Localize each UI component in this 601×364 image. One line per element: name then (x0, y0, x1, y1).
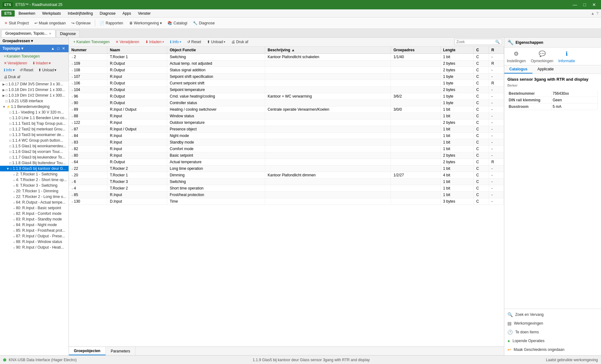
table-row[interactable]: ⬦85 R.Input Frost/heat protection 1 bit … (69, 192, 504, 198)
menu-ets[interactable]: ETS (1, 10, 15, 17)
col-naam[interactable]: Naam (107, 47, 167, 54)
rapporten-button[interactable]: 📄 Rapporten (97, 20, 126, 26)
unload-button[interactable]: ⬆ Unload ▾ (36, 67, 58, 73)
inladen-button[interactable]: ⬇ Inladen ▾ (30, 60, 53, 66)
te-doen-item[interactable]: 🕐 Te doen Items (504, 328, 601, 336)
tree-item-t21[interactable]: ▶ ⬦ 22: T.Rocker 2 - Long time o... (0, 194, 69, 200)
table-row[interactable]: ⬦108 R.Output Status signal addition 2 b… (69, 67, 504, 73)
tab-groepadressen-close[interactable]: ✕ (49, 32, 51, 35)
table-row[interactable]: ⬦64 R.Output Actual temperature 2 bytes … (69, 159, 504, 165)
table-row[interactable]: ⬦107 R.Input Setpoint shift specificatio… (69, 73, 504, 80)
tool-opmerkingen[interactable]: 💬 Opmerkingen (531, 49, 553, 63)
col-beschrijving[interactable]: Beschrijving ▲ (265, 47, 391, 54)
tab-groepobjecten[interactable]: Groepobjecten (69, 347, 106, 355)
minimize-button[interactable]: — (570, 2, 580, 8)
add-channels-button[interactable]: + Kanalen Toevoegen (2, 53, 42, 59)
center-print-button[interactable]: 🖨 Druk af (229, 39, 251, 45)
menu-bewerken[interactable]: Bewerken (15, 10, 38, 17)
table-row[interactable]: ⬦90 R.Output Controller status 1 byte C … (69, 100, 504, 106)
lopende-operaties-item[interactable]: ● Lopende Operaties (504, 336, 601, 345)
remove-button[interactable]: ✕ Verwijderen (2, 60, 29, 66)
table-row[interactable]: ⬦87 R.Input / Output Presence object 1 b… (69, 126, 504, 133)
tree-item-t25[interactable]: ▶ ⬦ 83: R.Input - Standby mode (0, 216, 69, 222)
table-row[interactable]: ⬦83 R.Input Standby mode 1 bit C - (69, 139, 504, 146)
center-unload-button[interactable]: ⬆ Unload ▾ (204, 39, 228, 45)
sluit-project-button[interactable]: ✕ Sluit Project (2, 20, 31, 26)
tab-groepadressen[interactable]: Groepadressen, Topolo... ✕ (1, 30, 55, 37)
tool-informatie[interactable]: ℹ Informatie (558, 49, 575, 63)
info-button[interactable]: ℹ Info ▾ (2, 67, 17, 73)
geschiedenis-item[interactable]: ↩ Maak Geschiedenis ongedaan (504, 345, 601, 354)
werkomgevingen-item[interactable]: ▤ Werkomgevingen (504, 319, 601, 328)
tree-item-t27[interactable]: ▶ ⬦ 85: R.Input - Frost/heat prot... (0, 228, 69, 233)
col-c[interactable]: C (474, 47, 489, 54)
table-row[interactable]: ⬦130 D.Input Time 3 bytes C - (69, 198, 504, 205)
tree-item-t19[interactable]: ▶ ⬦ 6: T.Rocker 3 - Switching (0, 183, 69, 188)
right-tab-catalogus[interactable]: Catalogus (504, 65, 532, 73)
tree-item-t15[interactable]: ▶ □ 1.1.8 Glas4 Bij buitendeur Tou... (0, 160, 69, 166)
table-row[interactable]: ⬦89 R.Input / Output Heating / cooling s… (69, 106, 504, 113)
tree-item-t4[interactable]: ▶ □ 1.0.21 USB interface (0, 98, 69, 104)
col-functie[interactable]: Object Functie (167, 47, 265, 54)
catalogi-button[interactable]: 📚 Catalogi (165, 20, 190, 26)
topology-collapse-btn[interactable]: ▲ (50, 46, 56, 51)
col-groepadres[interactable]: Groepadres (391, 47, 440, 54)
tree-item-t7[interactable]: ▶ □ 1.1.0 Line 1.1 Beneden Line co... (0, 115, 69, 121)
tree-item-t16[interactable]: ▼ □ 1.1.9 Glas5 bij kantoor deur G... (0, 166, 69, 171)
tool-instellingen[interactable]: ⚙ Instellingen (507, 49, 526, 63)
tree-item-t26[interactable]: ▶ ⬦ 84: R.Input - Night mode (0, 222, 69, 228)
table-row[interactable]: ⬦2 T.Rocker 1 Switching Kantoor Plafondl… (69, 54, 504, 60)
table-row[interactable]: ⬦96 R.Output Cmd. value heating/cooling … (69, 93, 504, 100)
center-inladen-button[interactable]: ⬇ Inladen ▾ (143, 39, 167, 45)
col-nummer[interactable]: Nummer (69, 47, 107, 54)
help-icon[interactable]: ? (596, 11, 600, 16)
table-row[interactable]: ⬦22 T.Rocker 2 Long time operation 1 bit… (69, 165, 504, 172)
tree-item-t13[interactable]: ▶ □ 1.1.6 Glas2 bij voorram Touc... (0, 149, 69, 154)
table-row[interactable]: ⬦80 R.Input Basic setpoint 2 bytes C - (69, 152, 504, 159)
tree-item-t22[interactable]: ▶ ⬦ 64: R.Output - Actual tempe... (0, 200, 69, 205)
center-search-box[interactable]: 🔍 (454, 39, 502, 45)
col-lengte[interactable]: Lengte (440, 47, 474, 54)
table-row[interactable]: ⬦88 R.Input Window status 1 bit C - (69, 113, 504, 119)
diagnose-toolbar-button[interactable]: 🔧 Diagnose (190, 20, 217, 26)
tree-item-t1[interactable]: ▶ □ 1.0.17 DIM 3V5 Dimmer 3 x 30... (0, 81, 69, 87)
menu-venster[interactable]: Venster (135, 10, 154, 17)
menu-inbedrijfstelling[interactable]: Inbedrijfstelling (65, 10, 96, 17)
tree-item-t14[interactable]: ▶ □ 1.1.7 Glas3 bij keukendeur To... (0, 154, 69, 160)
tree-item-t10[interactable]: ▶ □ 1.1.3 Tast3 bij woonkamer de... (0, 132, 69, 138)
topology-close-btn[interactable]: ✕ (61, 46, 66, 51)
tab-parameters[interactable]: Parameters (106, 347, 136, 355)
menu-werkplaats[interactable]: Werkplaats (39, 10, 64, 17)
menu-apps[interactable]: Apps (119, 10, 134, 17)
tree-item-t11[interactable]: ▶ □ 1.1.4 WC Group push button... (0, 138, 69, 143)
table-row[interactable]: ⬦4 T.Rocker 2 Short time operation 1 bit… (69, 185, 504, 192)
center-info-button[interactable]: ℹ Info ▾ (167, 39, 184, 45)
close-window-button[interactable]: ✕ (590, 2, 598, 8)
table-row[interactable]: ⬦82 R.Input Comfort mode 1 bit C - (69, 146, 504, 152)
table-row[interactable]: ⬦104 R.Output Setpoint temperature 2 byt… (69, 87, 504, 93)
tree-item-t30[interactable]: ▶ ⬦ 90: R.Input / Output - Heati... (0, 245, 69, 250)
menu-diagnose[interactable]: Diagnose (97, 10, 119, 17)
tree-item-t6[interactable]: ▶ □ 1.1.- Voeding 1 x 30 V 320 m... (0, 109, 69, 115)
maximize-button[interactable]: □ (581, 2, 588, 8)
table-row[interactable]: ⬦109 R.Output Actual temp. not adjusted … (69, 60, 504, 67)
undo-button[interactable]: ↩ Maak ongedaan (32, 20, 68, 26)
center-add-button[interactable]: + Kanalen Toevoegen (71, 39, 112, 45)
tree-item-t18[interactable]: ▶ ⬦ 4: T.Rocker 2 - Short time op... (0, 177, 69, 183)
center-search-input[interactable] (456, 40, 494, 44)
tab-diagnose[interactable]: Diagnose (56, 30, 80, 37)
tree-item-t20[interactable]: ▶ ⬦ 20: T.Rocker 1 - Dimming (0, 188, 69, 194)
tree-item-t28[interactable]: ▶ ⬦ 87: R.Input / Output - Prese... (0, 233, 69, 239)
tree-item-t3[interactable]: ▶ □ 1.0.19 Dim 1V2 Dimmer 1 x 300... (0, 93, 69, 98)
tree-item-t24[interactable]: ▶ ⬦ 82: R.Input - Comfort mode (0, 211, 69, 216)
col-r[interactable]: R (489, 47, 504, 54)
redo-button[interactable]: ↪ Opnieuw (69, 20, 93, 26)
center-remove-button[interactable]: ✕ Verwijderen (113, 39, 142, 45)
tree-item-t17[interactable]: ▶ ⬦ 2: T.Rocker 1 - Switching (0, 171, 69, 177)
tree-item-t29[interactable]: ▶ ⬦ 88: R.Input - Window status (0, 239, 69, 245)
table-row[interactable]: ⬦106 R.Output Current setpoint shift 1 b… (69, 80, 504, 87)
reset-button[interactable]: ↺ Reset (18, 67, 35, 73)
zoek-vervang-item[interactable]: 🔍 Zoek en Vervang (504, 310, 601, 319)
tree-item-t2[interactable]: ▶ □ 1.0.18 Dim 1V1 Dimmer 1 x 300... (0, 87, 69, 93)
tree-item-t23[interactable]: ▶ ⬦ 80: R.Input - Basic setpoint (0, 205, 69, 211)
